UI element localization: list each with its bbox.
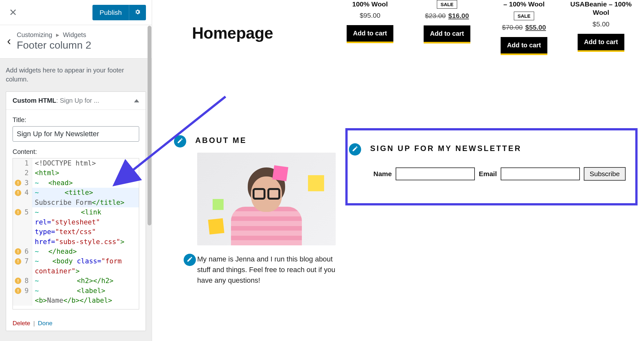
back-arrow-icon[interactable]: ‹ [7, 35, 11, 47]
preview-pane: Homepage 100% Wool$95.00Add to cartSALE$… [152, 0, 644, 341]
title-field-label: Title: [13, 116, 139, 124]
code-line[interactable]: type="text/css" [13, 227, 139, 237]
code-editor[interactable]: 1<!DOCTYPE html>2<html>3!~ <head>4!~ <ti… [13, 158, 139, 309]
customizer-topbar: ✕ Publish [0, 0, 152, 25]
code-line[interactable]: 7!~ <body class="form [13, 256, 139, 266]
section-title: Footer column 2 [17, 39, 91, 51]
product-card: USABeanie – 100% Wool$5.00Add to cart [570, 0, 632, 52]
add-to-cart-button[interactable]: Add to cart [424, 25, 471, 43]
page-title: Homepage [192, 24, 273, 43]
pencil-icon [187, 256, 193, 264]
product-row: 100% Wool$95.00Add to cartSALE$23.00$16.… [339, 0, 632, 55]
subscribe-button[interactable]: Subscribe [584, 167, 625, 181]
pencil-icon [352, 146, 358, 153]
warning-icon: ! [15, 248, 21, 255]
code-line[interactable]: 9!~ <label> [13, 286, 139, 296]
pencil-icon [177, 137, 183, 145]
product-title: USABeanie – 100% Wool [570, 0, 632, 17]
footer-col-about: ABOUT ME My name is Jenna and I run this… [176, 128, 345, 293]
warning-icon: ! [15, 288, 21, 294]
code-line[interactable]: rel="stylesheet" [13, 217, 139, 227]
email-input[interactable] [501, 167, 580, 180]
product-title: – 100% Wool [493, 0, 555, 8]
breadcrumb-row: ‹ Customizing ▸ Widgets Footer column 2 [0, 25, 152, 59]
gear-icon [134, 9, 141, 16]
widget-title-input[interactable] [13, 126, 139, 142]
sidebar-scrollbar-thumb[interactable] [148, 26, 151, 225]
content-field-label: Content: [13, 148, 139, 156]
code-line[interactable]: 2<html> [13, 168, 139, 178]
add-to-cart-button[interactable]: Add to cart [347, 25, 394, 43]
widget-name: Sign Up for ... [60, 97, 99, 104]
product-title: 100% Wool [339, 0, 401, 8]
chevron-right-icon: ▸ [56, 31, 59, 38]
edit-widget-button[interactable] [174, 135, 186, 147]
warning-icon: ! [15, 209, 21, 215]
code-line[interactable]: 5!~ <link [13, 207, 139, 217]
close-icon[interactable]: ✕ [6, 5, 20, 20]
name-input[interactable] [396, 167, 475, 180]
email-label: Email [479, 170, 497, 178]
code-line[interactable]: container"> [13, 266, 139, 276]
name-label: Name [373, 170, 392, 178]
code-line[interactable]: 4!~ <title> [13, 188, 139, 197]
sidebar-body: Add widgets here to appear in your foote… [0, 59, 152, 338]
collapse-up-icon [134, 99, 139, 102]
about-image [197, 153, 336, 245]
add-to-cart-button[interactable]: Add to cart [501, 37, 548, 55]
delete-link[interactable]: Delete [13, 320, 30, 327]
edit-widget-button[interactable] [184, 254, 196, 266]
footer-col-newsletter: SIGN UP FOR MY NEWSLETTER Name Email Sub… [345, 128, 638, 293]
code-line[interactable]: 8!~ <h2></h2> [13, 276, 139, 286]
about-heading: ABOUT ME [195, 136, 336, 145]
product-card: SALE$23.00$16.00Add to cart [416, 0, 478, 43]
footer-widgets: ABOUT ME My name is Jenna and I run this… [176, 128, 628, 293]
widget-box: Custom HTML: Sign Up for ... Title: Cont… [6, 91, 146, 331]
action-separator: | [33, 320, 35, 327]
breadcrumb-leaf: Widgets [63, 31, 86, 38]
product-card: – 100% WoolSALE$70.00$55.00Add to cart [493, 0, 555, 55]
newsletter-heading: SIGN UP FOR MY NEWSLETTER [370, 144, 626, 153]
sale-badge: SALE [514, 12, 534, 20]
done-link[interactable]: Done [38, 320, 52, 327]
warning-icon: ! [15, 278, 21, 284]
newsletter-highlight-box: SIGN UP FOR MY NEWSLETTER Name Email Sub… [345, 128, 638, 205]
code-line[interactable]: 3!~ <head> [13, 178, 139, 188]
warning-icon: ! [15, 190, 21, 196]
about-text: My name is Jenna and I run this blog abo… [197, 254, 336, 286]
publish-button[interactable]: Publish [92, 5, 129, 20]
product-price: $95.00 [339, 12, 401, 19]
product-card: 100% Wool$95.00Add to cart [339, 0, 401, 43]
add-to-cart-button[interactable]: Add to cart [578, 34, 625, 52]
edit-widget-button[interactable] [349, 143, 361, 156]
product-price: $70.00$55.00 [493, 24, 555, 31]
product-price: $5.00 [570, 20, 632, 28]
breadcrumb: Customizing ▸ Widgets Footer column 2 [17, 31, 91, 51]
product-price: $23.00$16.00 [416, 12, 478, 20]
widget-actions: Delete | Done [6, 316, 146, 331]
customizer-sidebar: ✕ Publish ‹ Customizing ▸ Widgets Footer… [0, 0, 152, 341]
publish-group: Publish [92, 5, 146, 20]
code-line[interactable]: href="subs-style.css"> [13, 237, 139, 247]
code-line[interactable]: <b>Name</b></label> [13, 296, 139, 305]
code-line[interactable]: 1<!DOCTYPE html> [13, 158, 139, 168]
warning-icon: ! [15, 258, 21, 265]
code-line[interactable]: Subscribe Form</title> [13, 198, 139, 207]
sale-badge: SALE [437, 0, 457, 9]
help-text: Add widgets here to appear in your foote… [6, 66, 146, 84]
breadcrumb-root: Customizing [17, 31, 52, 38]
publish-settings-button[interactable] [129, 5, 146, 20]
newsletter-form: Name Email Subscribe [373, 167, 626, 181]
code-line[interactable]: 6!~ </head> [13, 247, 139, 256]
widget-type: Custom HTML [13, 97, 56, 104]
widget-header[interactable]: Custom HTML: Sign Up for ... [6, 92, 146, 110]
warning-icon: ! [15, 180, 21, 186]
